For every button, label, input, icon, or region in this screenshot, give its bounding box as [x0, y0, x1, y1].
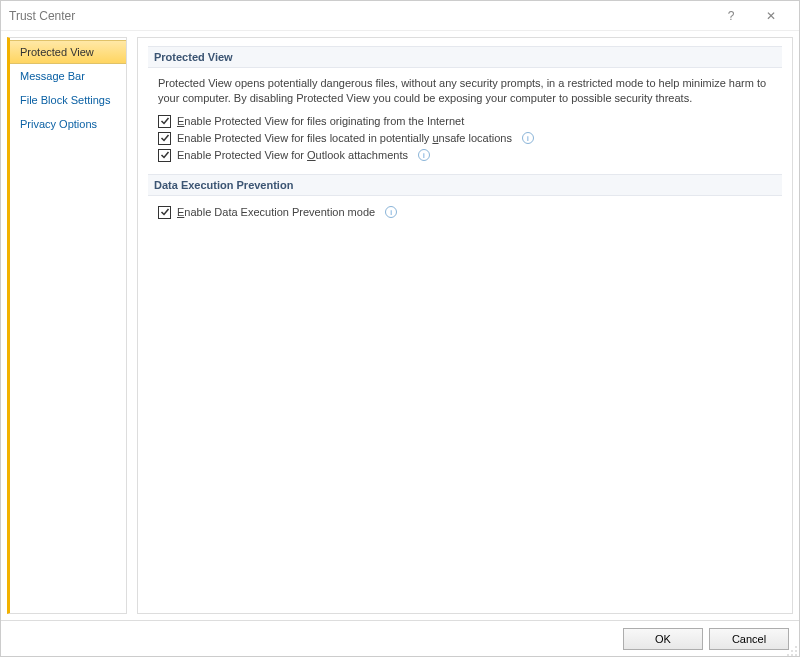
check-icon	[160, 150, 170, 160]
sidebar-item-file-block-settings[interactable]: File Block Settings	[10, 88, 126, 112]
check-icon	[160, 207, 170, 217]
info-icon[interactable]: i	[418, 149, 430, 161]
check-row-unsafe-locations: Enable Protected View for files located …	[148, 130, 782, 147]
dialog-footer: OK Cancel	[1, 620, 799, 656]
sidebar-item-protected-view[interactable]: Protected View	[10, 40, 126, 64]
check-row-internet-files: Enable Protected View for files originat…	[148, 113, 782, 130]
checkbox-label: Enable Protected View for files originat…	[177, 115, 464, 127]
section-header-dep: Data Execution Prevention	[148, 174, 782, 196]
checkbox-label: Enable Data Execution Prevention mode	[177, 206, 375, 218]
help-icon: ?	[728, 9, 735, 23]
svg-point-0	[795, 646, 797, 648]
checkbox-label: Enable Protected View for Outlook attach…	[177, 149, 408, 161]
resize-grip[interactable]	[786, 643, 798, 655]
sidebar-item-label: Protected View	[20, 46, 94, 58]
ok-button[interactable]: OK	[623, 628, 703, 650]
dialog-title: Trust Center	[9, 9, 711, 23]
sidebar-item-privacy-options[interactable]: Privacy Options	[10, 112, 126, 136]
dialog-body: Protected View Message Bar File Block Se…	[1, 31, 799, 620]
checkbox-internet-files[interactable]	[158, 115, 171, 128]
sidebar-item-label: Privacy Options	[20, 118, 97, 130]
sidebar-item-label: Message Bar	[20, 70, 85, 82]
svg-point-2	[791, 650, 793, 652]
svg-point-1	[795, 650, 797, 652]
close-button[interactable]: ✕	[751, 2, 791, 30]
trust-center-dialog: Trust Center ? ✕ Protected View Message …	[0, 0, 800, 657]
info-icon[interactable]: i	[522, 132, 534, 144]
sidebar: Protected View Message Bar File Block Se…	[7, 37, 127, 614]
svg-point-4	[791, 654, 793, 656]
content-pane: Protected View Protected View opens pote…	[137, 37, 793, 614]
protected-view-description: Protected View opens potentially dangero…	[148, 76, 782, 113]
info-icon[interactable]: i	[385, 206, 397, 218]
check-row-outlook-attachments: Enable Protected View for Outlook attach…	[148, 147, 782, 164]
checkbox-unsafe-locations[interactable]	[158, 132, 171, 145]
checkbox-label: Enable Protected View for files located …	[177, 132, 512, 144]
svg-point-5	[787, 654, 789, 656]
check-icon	[160, 116, 170, 126]
help-button[interactable]: ?	[711, 2, 751, 30]
checkbox-outlook-attachments[interactable]	[158, 149, 171, 162]
titlebar: Trust Center ? ✕	[1, 1, 799, 31]
checkbox-dep[interactable]	[158, 206, 171, 219]
close-icon: ✕	[766, 9, 776, 23]
sidebar-item-label: File Block Settings	[20, 94, 110, 106]
check-row-dep: Enable Data Execution Prevention mode i	[148, 204, 782, 221]
svg-point-3	[795, 654, 797, 656]
check-icon	[160, 133, 170, 143]
section-header-protected-view: Protected View	[148, 46, 782, 68]
cancel-button[interactable]: Cancel	[709, 628, 789, 650]
sidebar-item-message-bar[interactable]: Message Bar	[10, 64, 126, 88]
resize-grip-icon	[786, 645, 798, 657]
